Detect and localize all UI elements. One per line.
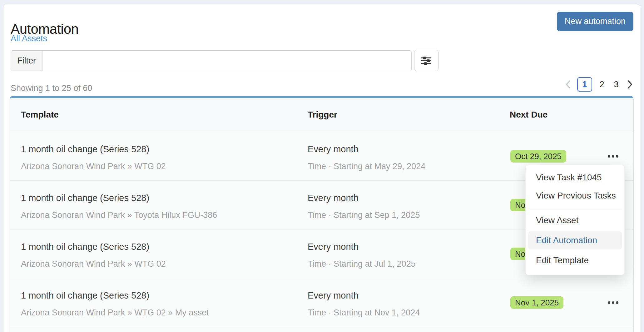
pagination-page-3[interactable]: 3 — [612, 77, 621, 92]
table-header: Template Trigger Next Due — [10, 98, 633, 132]
trigger-cell: Every month Time · Starting at Jul 1, 20… — [308, 241, 416, 269]
filter-bar: Filter — [11, 50, 412, 71]
ellipsis-icon — [608, 155, 610, 158]
template-cell: 1 month oil change (Series 528) Arizona … — [21, 144, 166, 171]
template-cell: 1 month oil change (Series 528) Arizona … — [21, 290, 209, 318]
sliders-icon — [421, 55, 432, 66]
pagination-next-button[interactable] — [626, 77, 634, 92]
filter-label: Filter — [11, 51, 42, 71]
template-name: 1 month oil change (Series 528) — [21, 193, 217, 203]
template-name: 1 month oil change (Series 528) — [21, 144, 166, 154]
ellipsis-icon — [608, 301, 610, 304]
trigger-cell: Every month Time · Starting at May 29, 2… — [308, 144, 425, 171]
pagination-page-2[interactable]: 2 — [597, 77, 607, 92]
chevron-left-icon — [565, 80, 571, 89]
breadcrumb-all-assets[interactable]: All Assets — [11, 33, 47, 44]
table-row[interactable]: 1 month oil change (Series 528) Arizona … — [10, 278, 633, 327]
pagination-prev-button[interactable] — [564, 77, 572, 92]
next-due-badge: Nov 1, 2025 — [510, 296, 563, 309]
results-summary: Showing 1 to 25 of 60 — [11, 83, 92, 93]
automation-page: { "page": { "title": "Automation", "brea… — [0, 0, 644, 332]
new-automation-button[interactable]: New automation — [557, 12, 633, 31]
asset-path: Arizona Sonoran Wind Park » WTG 02 — [21, 259, 166, 269]
trigger-frequency: Every month — [308, 144, 425, 154]
column-header-trigger: Trigger — [308, 98, 337, 132]
menu-item-edit-template[interactable]: Edit Template — [528, 251, 622, 269]
trigger-detail: Time · Starting at Jul 1, 2025 — [308, 259, 416, 269]
trigger-detail: Time · Starting at May 29, 2024 — [308, 161, 425, 171]
template-cell: 1 month oil change (Series 528) Arizona … — [21, 241, 166, 269]
template-name: 1 month oil change (Series 528) — [21, 290, 209, 301]
asset-path: Arizona Sonoran Wind Park » Toyota Hilux… — [21, 210, 217, 220]
pagination-page-1[interactable]: 1 — [577, 77, 592, 92]
menu-item-view-asset[interactable]: View Asset — [528, 211, 622, 229]
row-context-menu: View Task #1045 View Previous Tasks View… — [525, 165, 625, 275]
template-name: 1 month oil change (Series 528) — [21, 241, 166, 252]
filter-settings-button[interactable] — [414, 50, 438, 71]
trigger-frequency: Every month — [308, 290, 420, 301]
trigger-detail: Time · Starting at Sep 1, 2025 — [308, 210, 420, 220]
filter-input[interactable] — [42, 51, 411, 71]
menu-item-view-task[interactable]: View Task #1045 — [528, 169, 622, 187]
trigger-frequency: Every month — [308, 241, 416, 252]
trigger-frequency: Every month — [308, 193, 420, 203]
menu-divider — [528, 208, 622, 208]
trigger-cell: Every month Time · Starting at Sep 1, 20… — [308, 193, 420, 220]
chevron-right-icon — [627, 80, 633, 89]
trigger-cell: Every month Time · Starting at Nov 1, 20… — [308, 290, 420, 318]
column-header-next-due: Next Due — [510, 98, 547, 132]
asset-path: Arizona Sonoran Wind Park » WTG 02 » My … — [21, 308, 209, 318]
pagination: 1 2 3 — [564, 77, 634, 92]
menu-item-edit-automation[interactable]: Edit Automation — [528, 231, 622, 249]
row-actions-button[interactable] — [606, 298, 620, 307]
row-actions-button[interactable] — [606, 152, 620, 161]
menu-item-view-previous-tasks[interactable]: View Previous Tasks — [528, 187, 622, 205]
table-row — [10, 327, 633, 332]
trigger-detail: Time · Starting at Nov 1, 2024 — [308, 308, 420, 318]
template-cell: 1 month oil change (Series 528) Arizona … — [21, 193, 217, 220]
next-due-badge: Oct 29, 2025 — [510, 150, 566, 163]
asset-path: Arizona Sonoran Wind Park » WTG 02 — [21, 161, 166, 171]
column-header-template: Template — [21, 98, 59, 132]
